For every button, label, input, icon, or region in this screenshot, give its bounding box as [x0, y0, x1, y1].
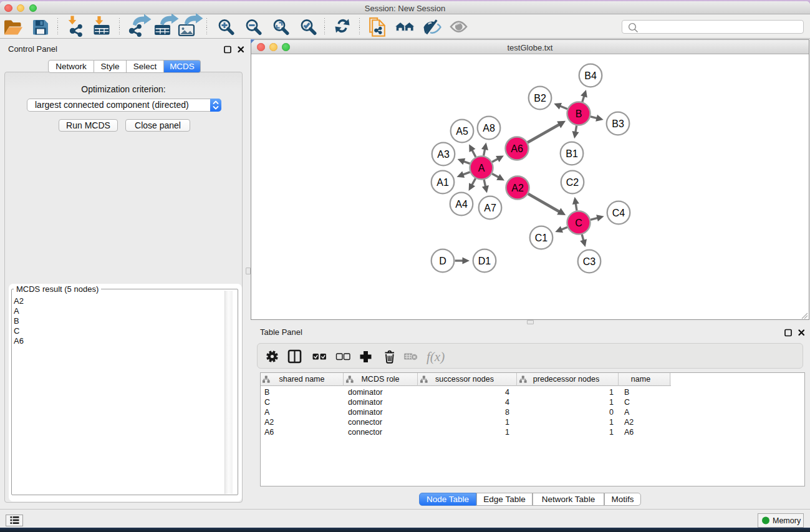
svg-text:A7: A7	[484, 203, 496, 213]
svg-text:C3: C3	[583, 256, 596, 267]
svg-text:A3: A3	[437, 149, 450, 160]
svg-text:A5: A5	[456, 126, 468, 137]
svg-text:A: A	[478, 163, 485, 173]
svg-text:A2: A2	[511, 183, 524, 193]
svg-text:B3: B3	[612, 118, 624, 129]
svg-text:A6: A6	[511, 143, 523, 154]
svg-text:A1: A1	[436, 177, 449, 188]
svg-text:C: C	[575, 218, 582, 228]
svg-text:B2: B2	[534, 93, 546, 104]
svg-text:A4: A4	[455, 199, 468, 210]
svg-text:C4: C4	[612, 208, 625, 218]
svg-text:C1: C1	[535, 233, 548, 243]
svg-text:B1: B1	[566, 148, 578, 159]
svg-text:B: B	[576, 109, 582, 119]
svg-text:A8: A8	[483, 123, 495, 133]
svg-text:B4: B4	[584, 70, 597, 81]
svg-text:C2: C2	[566, 177, 579, 188]
svg-text:D1: D1	[478, 256, 491, 266]
svg-text:D: D	[439, 256, 446, 266]
svg-text:Memory: Memory	[773, 516, 801, 525]
